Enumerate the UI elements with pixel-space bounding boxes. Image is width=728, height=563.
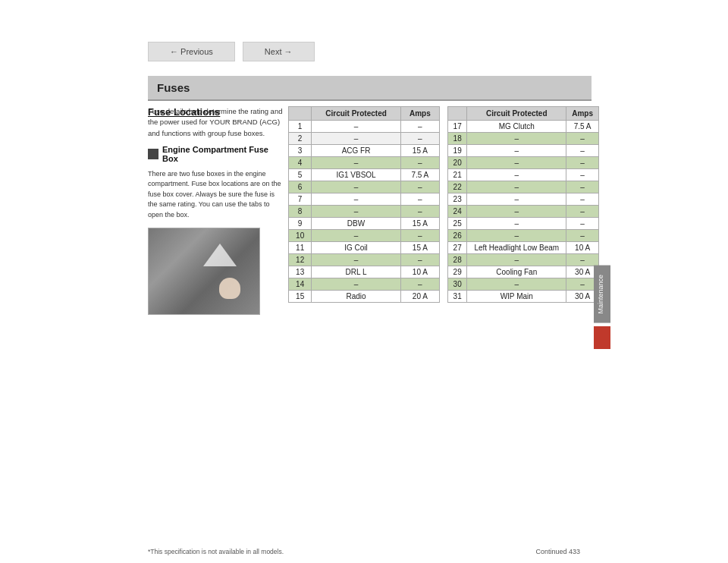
body-text: Fuse details help determine the rating a… — [148, 106, 284, 139]
amps-value: 15 A — [400, 242, 439, 254]
fuse-table-left: Circuit Protected Amps 1 – – 2 – – 3 ACG… — [288, 106, 440, 303]
circuit-protected: – — [467, 218, 566, 230]
prev-tab[interactable]: ← Previous — [148, 42, 235, 61]
table-row: 6 – – — [289, 181, 440, 193]
amps-value: – — [566, 145, 599, 157]
table-row: 28 – – — [448, 254, 599, 266]
fuse-number: 6 — [289, 181, 312, 193]
fuse-number: 28 — [448, 254, 467, 266]
amps-value: 7.5 A — [400, 169, 439, 181]
circuit-protected: – — [467, 278, 566, 291]
col-header-amps: Amps — [400, 107, 439, 121]
table-row: 18 – – — [448, 133, 599, 145]
amps-value: – — [566, 218, 599, 230]
fuse-number: 25 — [448, 218, 467, 230]
amps-value: – — [400, 254, 439, 266]
fuse-number: 18 — [448, 133, 467, 145]
circuit-protected: Cooling Fan — [467, 266, 566, 278]
circuit-protected: – — [312, 278, 400, 291]
amps-value: – — [400, 278, 439, 291]
fuse-number: 1 — [289, 121, 312, 133]
fuse-number: 9 — [289, 218, 312, 230]
amps-value: – — [400, 206, 439, 218]
amps-value: – — [566, 193, 599, 206]
amps-value: 10 A — [400, 266, 439, 278]
amps-value: 15 A — [400, 218, 439, 230]
table-row: 31 WIP Main 30 A — [448, 291, 599, 303]
engine-box-label: Engine Compartment Fuse Box — [162, 145, 284, 163]
table-row: 2 – – — [289, 133, 440, 145]
col-header-circuit-r: Circuit Protected — [467, 107, 566, 121]
table-row: 14 – – — [289, 278, 440, 291]
table-row: 12 – – — [289, 254, 440, 266]
fuse-number: 12 — [289, 254, 312, 266]
fuse-number: 19 — [448, 145, 467, 157]
circuit-protected: Radio — [312, 291, 400, 303]
table-row: 30 – – — [448, 278, 599, 291]
circuit-protected: – — [467, 133, 566, 145]
fuse-number: 31 — [448, 291, 467, 303]
col-header-amps-r: Amps — [566, 107, 599, 121]
fuse-number: 23 — [448, 193, 467, 206]
middle-fuse-table-container: Circuit Protected Amps 1 – – 2 – – 3 ACG… — [288, 106, 440, 303]
fuse-number: 8 — [289, 206, 312, 218]
circuit-protected: – — [467, 193, 566, 206]
table-row: 17 MG Clutch 7.5 A — [448, 121, 599, 133]
circuit-protected: WIP Main — [467, 291, 566, 303]
fuse-number: 11 — [289, 242, 312, 254]
amps-value: 10 A — [566, 242, 599, 254]
page-container: ← Previous Next → Fuses Fuse Locations F… — [0, 0, 728, 563]
amps-value: – — [400, 133, 439, 145]
next-tab[interactable]: Next → — [243, 42, 315, 61]
table-row: 10 – – — [289, 230, 440, 242]
amps-value: – — [566, 157, 599, 169]
table-row: 7 – – — [289, 193, 440, 206]
engine-description: There are two fuse boxes in the engine c… — [148, 169, 284, 221]
circuit-protected: – — [312, 121, 400, 133]
amps-value: – — [400, 121, 439, 133]
circuit-protected: – — [467, 145, 566, 157]
circuit-protected: – — [467, 181, 566, 193]
fuse-number: 7 — [289, 193, 312, 206]
fuse-number: 21 — [448, 169, 467, 181]
amps-value: – — [400, 181, 439, 193]
amps-value: – — [566, 254, 599, 266]
fuse-number: 10 — [289, 230, 312, 242]
right-fuse-table-container: Circuit Protected Amps 17 MG Clutch 7.5 … — [447, 106, 599, 303]
table-row: 20 – – — [448, 157, 599, 169]
amps-value: – — [566, 133, 599, 145]
circuit-protected: DRL L — [312, 266, 400, 278]
circuit-protected: – — [467, 230, 566, 242]
fuse-number: 24 — [448, 206, 467, 218]
amps-value: 7.5 A — [566, 121, 599, 133]
left-column: Fuse details help determine the rating a… — [148, 106, 284, 315]
amps-value: – — [566, 181, 599, 193]
fuse-number: 15 — [289, 291, 312, 303]
amps-value: 20 A — [400, 291, 439, 303]
circuit-protected: – — [312, 157, 400, 169]
circuit-protected: ACG FR — [312, 145, 400, 157]
fuse-number: 3 — [289, 145, 312, 157]
circuit-protected: – — [312, 133, 400, 145]
amps-value: 15 A — [400, 145, 439, 157]
hand-cursor-icon — [219, 278, 240, 299]
table-row: 19 – – — [448, 145, 599, 157]
circuit-protected: IG Coil — [312, 242, 400, 254]
main-content: Fuse Locations Fuse details help determi… — [148, 106, 592, 517]
fuse-number: 30 — [448, 278, 467, 291]
circuit-protected: – — [312, 193, 400, 206]
fuse-number: 26 — [448, 230, 467, 242]
circuit-protected: – — [312, 230, 400, 242]
fuse-table-right: Circuit Protected Amps 17 MG Clutch 7.5 … — [447, 106, 599, 303]
amps-value: – — [400, 193, 439, 206]
fuse-number: 13 — [289, 266, 312, 278]
fuse-number: 2 — [289, 133, 312, 145]
fuse-number: 20 — [448, 157, 467, 169]
fuse-number: 29 — [448, 266, 467, 278]
circuit-protected: DBW — [312, 218, 400, 230]
amps-value: – — [400, 230, 439, 242]
table-row: 5 IG1 VBSOL 7.5 A — [289, 169, 440, 181]
table-row: 24 – – — [448, 206, 599, 218]
fuse-number: 4 — [289, 157, 312, 169]
amps-value: – — [566, 230, 599, 242]
